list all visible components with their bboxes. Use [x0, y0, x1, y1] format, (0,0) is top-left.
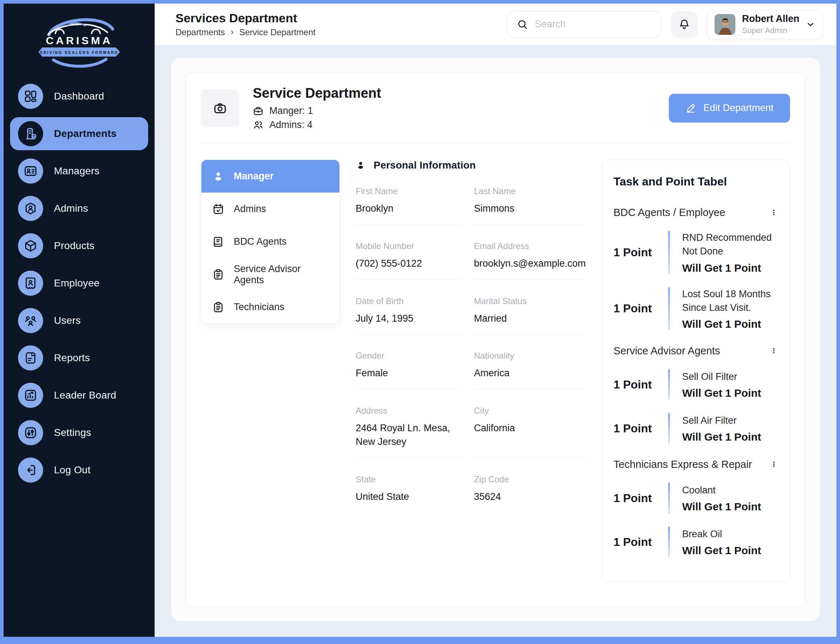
task-text: Sell Air Filter Will Get 1 Point [682, 414, 761, 443]
field-label: Last Name [474, 186, 586, 196]
sidebar-item-departments[interactable]: Departments [10, 117, 148, 150]
task-point-panel: Task and Point Tabel BDC Agents / Employ… [601, 159, 790, 582]
task-text: Sell Oil Filter Will Get 1 Point [682, 370, 761, 399]
svg-text:CARISMA: CARISMA [46, 34, 112, 46]
personal-information-grid: First Name Brooklyn Last Name Simmons Mo… [356, 186, 586, 513]
notifications-button[interactable] [671, 11, 698, 38]
field-value: July 14, 1995 [356, 312, 461, 325]
sidebar-item-dashboard[interactable]: Dashboard [10, 80, 148, 113]
task-points: 1 Point [613, 246, 668, 259]
field-marital-status: Marital Status Married [474, 296, 586, 335]
task-section-heading: Technicians Express & Repair [613, 458, 752, 470]
tab-label: BDC Agents [234, 236, 287, 247]
tab-bdc-agents[interactable]: BDC Agents [201, 225, 339, 258]
sidebar-item-managers[interactable]: Managers [10, 154, 148, 187]
sidebar-item-settings[interactable]: Settings [10, 416, 148, 449]
task-section-technicians: Technicians Express & Repair [613, 457, 778, 472]
sidebar-item-users[interactable]: Users [10, 304, 148, 337]
kebab-menu-button[interactable] [769, 205, 778, 220]
field-value: Simmons [474, 202, 586, 215]
id-card-icon [18, 158, 43, 184]
task-description: Sell Air Filter [682, 414, 761, 427]
field-mobile-number: Mobile Number (702) 555-0122 [356, 241, 461, 279]
field-value: Married [474, 312, 586, 325]
tab-manager[interactable]: Manager [201, 160, 339, 192]
breadcrumb: Departments › Service Department [176, 27, 315, 38]
sidebar-item-reports[interactable]: Reports [10, 342, 148, 375]
department-admins-count: Admins: 4 [253, 119, 381, 130]
sidebar-item-admins[interactable]: Admins [10, 192, 148, 225]
task-reward: Will Get 1 Point [682, 501, 761, 513]
accent-bar [668, 231, 670, 274]
breadcrumb-current: Service Department [239, 27, 315, 38]
field-value: United State [356, 490, 461, 504]
script-icon [212, 236, 224, 248]
task-section-service-advisor: Service Advisor Agents [613, 343, 778, 358]
tab-label: Service Advisor Agents [234, 263, 329, 286]
task-points: 1 Point [613, 536, 668, 549]
tab-admins[interactable]: Admins [201, 192, 339, 225]
search-box [507, 11, 662, 38]
task-reward: Will Get 1 Point [682, 262, 778, 274]
field-state: State United State [356, 475, 461, 513]
sidebar-item-leader-board[interactable]: Leader Board [10, 379, 148, 412]
field-value: 2464 Royal Ln. Mesa, New Jersey [356, 422, 461, 449]
field-label: Marital Status [474, 296, 586, 306]
sidebar-item-label: Managers [54, 165, 100, 177]
accent-bar [668, 413, 670, 444]
task-section-heading: Service Advisor Agents [613, 345, 720, 357]
person-icon [212, 170, 224, 182]
sliders-icon [18, 420, 43, 445]
field-label: First Name [356, 186, 461, 196]
dashboard-icon [18, 84, 43, 109]
tab-technicians[interactable]: Technicians [201, 291, 339, 324]
search-icon [517, 19, 528, 30]
task-reward: Will Get 1 Point [682, 318, 778, 330]
field-gender: Gender Female [356, 351, 461, 389]
kebab-icon [771, 345, 777, 357]
tab-label: Manager [234, 171, 273, 182]
task-section-heading: BDC Agents / Employee [613, 207, 725, 219]
bell-icon [678, 18, 690, 31]
field-city: City California [474, 406, 586, 458]
sidebar-item-employee[interactable]: Employee [10, 267, 148, 300]
task-row: 1 Point Sell Oil Filter Will Get 1 Point [613, 369, 778, 400]
task-text: Lost Soul 18 Months Since Last Visit. Wi… [682, 287, 778, 330]
task-description: RND Recommended Not Done [682, 231, 778, 258]
clipboard-icon [212, 301, 224, 314]
search-input[interactable] [535, 19, 662, 30]
task-row: 1 Point Coolant Will Get 1 Point [613, 483, 778, 514]
kebab-menu-button[interactable] [769, 457, 778, 472]
sidebar-item-label: Reports [54, 352, 90, 364]
breadcrumb-parent[interactable]: Departments [176, 27, 225, 38]
task-points: 1 Point [613, 302, 668, 315]
tab-service-advisor-agents[interactable]: Service Advisor Agents [201, 258, 339, 291]
task-points: 1 Point [613, 491, 668, 505]
sidebar-item-label: Log Out [54, 464, 91, 476]
edit-department-label: Edit Department [703, 102, 774, 113]
field-zip-code: Zip Code 35624 [474, 475, 586, 513]
kebab-menu-button[interactable] [769, 343, 778, 358]
user-menu[interactable]: Robert Allen Super Admin [707, 10, 823, 39]
accent-bar [668, 483, 670, 514]
breadcrumb-separator: › [231, 27, 233, 37]
field-value: 35624 [474, 490, 586, 504]
edit-department-button[interactable]: Edit Department [669, 94, 790, 123]
field-label: Zip Code [474, 475, 586, 485]
logout-icon [18, 457, 43, 483]
sidebar-item-products[interactable]: Products [10, 229, 148, 262]
task-description: Break Oil [682, 527, 761, 541]
field-value: Brooklyn [356, 202, 461, 215]
chevron-down-icon[interactable] [806, 20, 815, 29]
accent-bar [668, 287, 670, 330]
field-value: brooklyn.s@example.com [474, 257, 586, 271]
sidebar: CARISMA DRIVING DEALERS FORWARD Dashboar… [3, 3, 155, 637]
department-image-placeholder[interactable] [201, 89, 239, 127]
admins-count-label: Admins: 4 [269, 119, 313, 130]
task-points: 1 Point [613, 378, 668, 391]
avatar [715, 14, 735, 35]
task-text: RND Recommended Not Done Will Get 1 Poin… [682, 231, 778, 274]
task-description: Sell Oil Filter [682, 370, 761, 383]
field-label: State [356, 475, 461, 485]
sidebar-item-log-out[interactable]: Log Out [10, 453, 148, 486]
